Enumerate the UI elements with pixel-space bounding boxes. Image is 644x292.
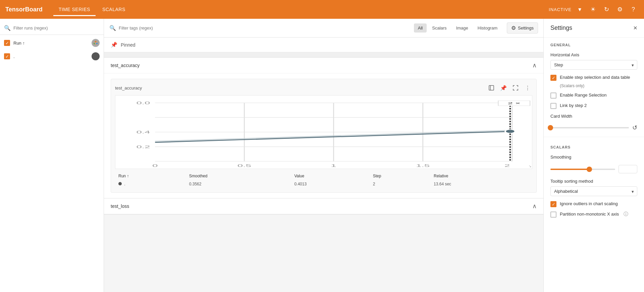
tooltip-sort-select-wrapper: Alphabetical Ascending Descending Defaul…: [550, 186, 637, 196]
run-filter-input[interactable]: [13, 25, 100, 31]
card-width-slider-row: ↺: [544, 121, 644, 134]
row-relative: 13.64 sec: [431, 180, 532, 188]
dropdown-icon[interactable]: ▾: [574, 4, 585, 15]
link-by-step-row: Link by step 2: [544, 101, 644, 111]
svg-point-1: [95, 41, 96, 42]
smoothing-slider-thumb[interactable]: [587, 167, 592, 172]
chart-svg: 0.0 0.4 0.2 0 0.5 1 1.5 2: [115, 96, 532, 169]
run-color-palette-1[interactable]: [92, 39, 100, 47]
filter-search-row: 🔍: [109, 25, 409, 31]
tab-histogram[interactable]: Histogram: [474, 23, 501, 33]
nav-links: TIME SERIES SCALARS: [53, 4, 549, 15]
help-icon[interactable]: ?: [628, 4, 639, 15]
settings-button[interactable]: ⚙ Settings: [507, 22, 538, 34]
chart-more-icon[interactable]: ⋮: [523, 83, 532, 93]
pinned-section-header: 📌 Pinned: [104, 38, 543, 52]
enable-step-selection-checkbox[interactable]: ✓: [550, 75, 556, 81]
link-by-step-checkbox[interactable]: [550, 103, 556, 109]
enable-step-selection-label: Enable step selection and data table: [560, 74, 630, 80]
chart-section-expand-icon[interactable]: ∧: [532, 202, 537, 210]
brightness-icon[interactable]: ☀: [588, 4, 598, 15]
chart-expand-icon[interactable]: [487, 83, 496, 93]
partition-non-monotonic-checkbox[interactable]: [550, 212, 556, 218]
horizontal-axis-row: Horizontal Axis: [544, 50, 644, 60]
col-relative: Relative: [431, 172, 532, 180]
chart-card-header: test_accuracy 📌: [115, 83, 532, 93]
horizontal-axis-label: Horizontal Axis: [550, 52, 579, 57]
settings-icon[interactable]: ⚙: [614, 4, 625, 15]
pinned-content-area: [104, 52, 543, 58]
smoothing-slider-row: 0.6: [544, 162, 644, 176]
settings-panel-title: Settings: [550, 24, 572, 32]
chart-card-actions: 📌 ⋮: [487, 83, 532, 93]
run-checkbox-1[interactable]: ✓: [4, 40, 10, 46]
main-content: 📌 Pinned test_accuracy ∧ test_accuracy: [104, 38, 543, 292]
card-width-label: Card Width: [550, 114, 572, 119]
smoothing-slider-fill: [550, 169, 589, 170]
enable-range-selection-checkbox[interactable]: [550, 93, 556, 99]
col-smoothed: Smoothed: [186, 172, 291, 180]
settings-scalars-title: SCALARS: [544, 140, 644, 152]
chart-section-header-accuracy[interactable]: test_accuracy ∧: [104, 58, 543, 73]
tab-scalars[interactable]: Scalars: [428, 23, 450, 33]
chart-section-collapse-icon[interactable]: ∧: [532, 62, 537, 69]
run-color-2: [92, 52, 100, 60]
run-label-2: .: [13, 54, 88, 59]
run-checkbox-2[interactable]: ✓: [4, 53, 10, 59]
sidebar: 🔍 ✓ Run ↑ ✓ .: [0, 19, 104, 292]
settings-general-title: GENERAL: [544, 38, 644, 50]
col-value: Value: [291, 172, 369, 180]
chart-section-test-accuracy: test_accuracy ∧ test_accuracy: [104, 58, 543, 198]
search-icon: 🔍: [4, 25, 11, 31]
run-item-1[interactable]: ✓ Run ↑: [0, 36, 104, 50]
row-smoothed: 0.3562: [186, 180, 291, 188]
svg-point-3: [96, 43, 98, 44]
enable-step-selection-row: ✓ Enable step selection and data table: [544, 72, 644, 83]
nav-scalars[interactable]: SCALARS: [97, 4, 131, 15]
smoothing-slider-track: [550, 169, 615, 170]
row-value: 0.4013: [291, 180, 369, 188]
horizontal-axis-select-row: Step Relative Wall: [544, 60, 644, 72]
svg-text:1: 1: [331, 164, 336, 168]
chart-card-title: test_accuracy: [115, 85, 142, 91]
chart-data-table: Run ↑ Smoothed Value Step Relative: [115, 172, 532, 188]
pin-icon: 📌: [111, 42, 117, 48]
chart-fullscreen-icon[interactable]: [511, 83, 520, 93]
tab-all[interactable]: All: [414, 23, 427, 33]
chart-area-accuracy: 0.0 0.4 0.2 0 0.5 1 1.5 2: [115, 95, 532, 169]
smoothing-value-input[interactable]: 0.6: [619, 165, 637, 173]
scalars-only-label: (Scalars only): [544, 83, 644, 90]
tab-image[interactable]: Image: [452, 23, 472, 33]
settings-btn-icon: ⚙: [511, 25, 516, 31]
tag-filter-input[interactable]: [119, 25, 409, 31]
tooltip-sort-select[interactable]: Alphabetical Ascending Descending Defaul…: [550, 186, 637, 196]
tooltip-sort-label-row: Tooltip sorting method: [544, 176, 644, 186]
chart-section-test-loss: test_loss ∧: [104, 198, 543, 215]
svg-text:0.5: 0.5: [237, 164, 251, 168]
smoothing-label: Smoothing: [550, 155, 571, 160]
filter-search-icon: 🔍: [109, 25, 116, 31]
settings-panel-header: Settings ×: [544, 19, 644, 38]
ignore-outliers-checkbox[interactable]: ✓: [550, 201, 556, 207]
refresh-icon[interactable]: ↻: [601, 4, 612, 15]
chart-pin-icon[interactable]: 📌: [499, 83, 508, 93]
chart-resize-handle[interactable]: ↘: [529, 164, 531, 168]
run-item-2[interactable]: ✓ .: [0, 50, 104, 63]
chart-section-title-accuracy: test_accuracy: [111, 63, 140, 68]
card-width-reset-icon[interactable]: ↺: [632, 124, 637, 131]
chart-section-title-loss: test_loss: [111, 203, 129, 209]
app-status: INACTIVE: [549, 7, 572, 12]
horizontal-axis-select[interactable]: Step Relative Wall: [550, 60, 637, 70]
svg-text:2: 2: [504, 164, 510, 168]
app-logo: TensorBoard: [5, 6, 43, 13]
partition-help-icon[interactable]: ⓘ: [624, 211, 628, 217]
nav-time-series[interactable]: TIME SERIES: [53, 4, 96, 15]
chart-section-header-loss[interactable]: test_loss ∧: [104, 198, 543, 214]
chart-card-accuracy: test_accuracy 📌: [111, 79, 537, 193]
settings-close-button[interactable]: ×: [633, 24, 637, 32]
svg-text:0.0: 0.0: [136, 101, 150, 105]
partition-non-monotonic-row: Partition non-monotonic X axis ⓘ: [544, 209, 644, 220]
svg-text:0.2: 0.2: [136, 145, 150, 149]
pinned-label: Pinned: [121, 42, 136, 48]
card-width-slider-thumb[interactable]: [548, 125, 553, 130]
